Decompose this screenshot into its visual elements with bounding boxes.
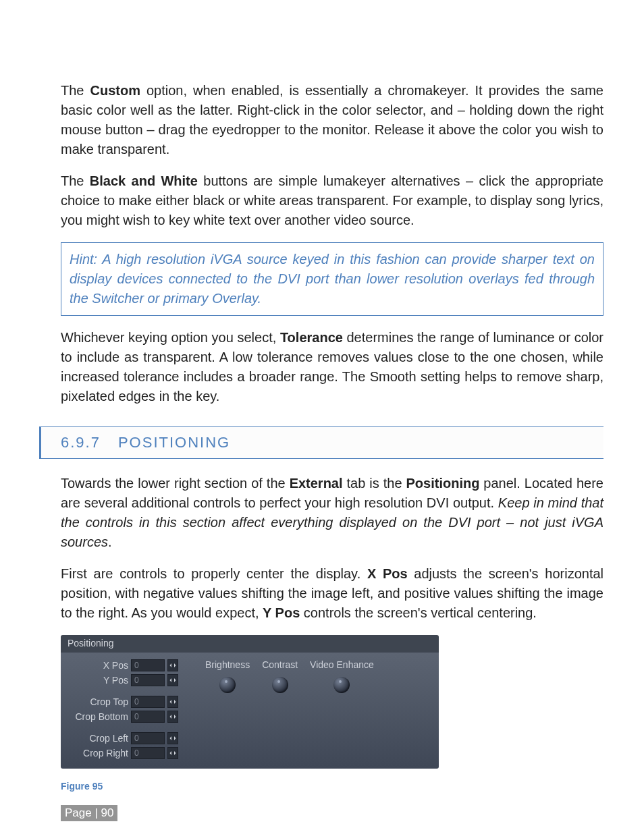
spinner-arrows-icon	[169, 714, 176, 719]
section-title: POSITIONING	[118, 434, 230, 451]
hint-text: Hint: A high resolution iVGA source keye…	[70, 250, 595, 308]
croptop-input[interactable]: 0	[131, 696, 165, 708]
panel-title: Positioning	[61, 635, 439, 653]
xpos-spinner[interactable]	[167, 659, 178, 671]
cropbottom-label: Crop Bottom	[70, 711, 128, 722]
paragraph: Towards the lower right section of the E…	[61, 474, 603, 552]
contrast-knob[interactable]	[272, 677, 288, 693]
paragraph: The Black and White buttons are simple l…	[61, 171, 603, 230]
cropleft-spinner[interactable]	[167, 732, 178, 744]
cropleft-input[interactable]: 0	[131, 732, 165, 744]
cropbottom-spinner[interactable]	[167, 711, 178, 723]
xpos-label: X Pos	[70, 660, 128, 671]
paragraph: The Custom option, when enabled, is esse…	[61, 81, 603, 159]
spinner-arrows-icon	[169, 736, 176, 741]
ypos-label: Y Pos	[70, 675, 128, 686]
ypos-spinner[interactable]	[167, 674, 178, 686]
positioning-panel: Positioning X Pos 0 Y Pos 0	[61, 635, 439, 769]
page-number-badge: Page | 90	[61, 805, 117, 821]
xpos-input[interactable]: 0	[131, 659, 165, 671]
spinner-arrows-icon	[169, 678, 176, 683]
brightness-knob[interactable]	[219, 677, 236, 693]
spinner-arrows-icon	[169, 750, 176, 756]
videoenhance-knob[interactable]	[333, 677, 350, 693]
section-number: 6.9.7	[61, 434, 101, 451]
figure-caption: Figure 95	[61, 781, 603, 792]
cropright-spinner[interactable]	[167, 747, 178, 759]
cropbottom-input[interactable]: 0	[131, 711, 165, 723]
croptop-spinner[interactable]	[167, 696, 178, 708]
ypos-input[interactable]: 0	[131, 674, 165, 686]
section-heading: 6.9.7 POSITIONING	[39, 426, 603, 459]
spinner-arrows-icon	[169, 699, 176, 705]
paragraph: First are controls to properly center th…	[61, 564, 603, 623]
cropright-label: Crop Right	[70, 748, 128, 758]
contrast-label: Contrast	[262, 659, 298, 670]
videoenhance-label: Video Enhance	[310, 659, 374, 670]
cropleft-label: Crop Left	[70, 733, 128, 744]
croptop-label: Crop Top	[70, 696, 128, 707]
hint-box: Hint: A high resolution iVGA source keye…	[61, 242, 603, 316]
spinner-arrows-icon	[169, 663, 176, 668]
brightness-label: Brightness	[205, 659, 250, 670]
cropright-input[interactable]: 0	[131, 747, 165, 759]
paragraph: Whichever keying option you select, Tole…	[61, 328, 603, 406]
